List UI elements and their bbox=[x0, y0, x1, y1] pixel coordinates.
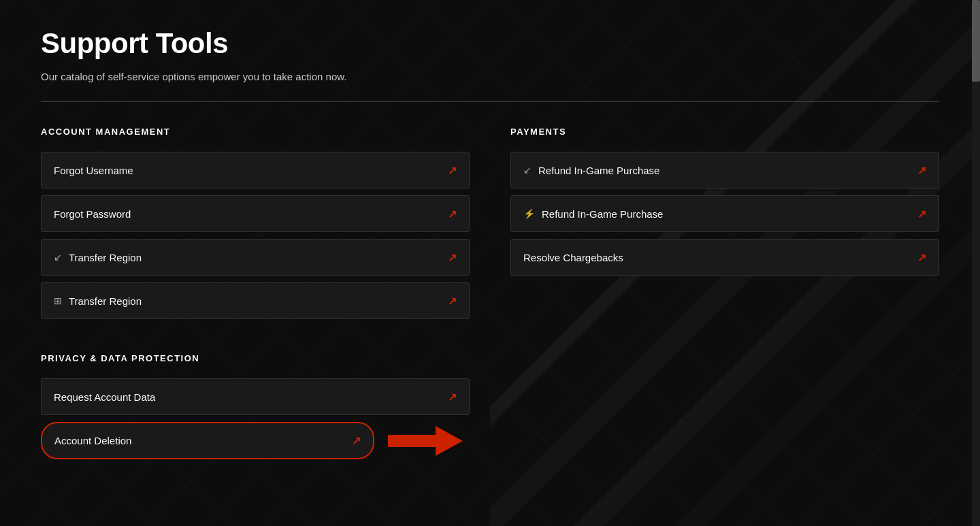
forgot-username-button[interactable]: Forgot Username ↗ bbox=[41, 152, 470, 188]
forgot-password-label: Forgot Password bbox=[54, 208, 131, 220]
section-divider bbox=[41, 101, 939, 102]
account-deletion-arrow-icon: ↗ bbox=[352, 434, 361, 447]
refund-2-icon: ⚡ bbox=[523, 208, 535, 219]
account-deletion-container: Account Deletion ↗ bbox=[41, 422, 470, 459]
transfer-region-1-arrow-icon: ↗ bbox=[448, 251, 457, 264]
resolve-chargebacks-label: Resolve Chargebacks bbox=[523, 252, 623, 263]
payments-title: PAYMENTS bbox=[510, 127, 939, 137]
refund-ingame-2-button[interactable]: ⚡ Refund In-Game Purchase ↗ bbox=[510, 195, 939, 232]
transfer-region-2-button[interactable]: ⊞ Transfer Region ↗ bbox=[41, 282, 470, 319]
account-management-section: ACCOUNT MANAGEMENT Forgot Username ↗ For… bbox=[41, 127, 470, 346]
request-account-data-label: Request Account Data bbox=[54, 391, 155, 403]
scrollbar[interactable] bbox=[972, 0, 980, 526]
transfer-region-1-button[interactable]: ↙ Transfer Region ↗ bbox=[41, 239, 470, 276]
privacy-title: PRIVACY & DATA PROTECTION bbox=[41, 353, 470, 363]
request-account-data-button[interactable]: Request Account Data ↗ bbox=[41, 378, 470, 415]
page-title: Support Tools bbox=[41, 27, 939, 60]
refund-1-arrow-icon: ↗ bbox=[917, 164, 926, 177]
bottom-grid: PRIVACY & DATA PROTECTION Request Accoun… bbox=[41, 353, 939, 487]
refund-1-icon: ↙ bbox=[523, 165, 532, 176]
page-subtitle: Our catalog of self-service options empo… bbox=[41, 71, 939, 82]
transfer-region-1-icon: ↙ bbox=[54, 252, 62, 263]
request-account-data-arrow-icon: ↗ bbox=[448, 391, 457, 404]
forgot-username-label: Forgot Username bbox=[54, 165, 133, 176]
page-container: Support Tools Our catalog of self-servic… bbox=[14, 0, 966, 526]
account-deletion-label: Account Deletion bbox=[54, 435, 131, 446]
transfer-region-2-label: Transfer Region bbox=[69, 295, 142, 307]
payments-list: ↙ Refund In-Game Purchase ↗ ⚡ Refund In-… bbox=[510, 152, 939, 276]
bottom-right-placeholder bbox=[510, 353, 939, 487]
refund-ingame-1-button[interactable]: ↙ Refund In-Game Purchase ↗ bbox=[510, 152, 939, 188]
transfer-region-2-arrow-icon: ↗ bbox=[448, 295, 457, 308]
forgot-username-arrow-icon: ↗ bbox=[448, 164, 457, 177]
refund-2-arrow-icon: ↗ bbox=[917, 208, 926, 220]
refund-ingame-1-label: Refund In-Game Purchase bbox=[538, 165, 659, 176]
forgot-password-arrow-icon: ↗ bbox=[448, 208, 457, 220]
account-management-title: ACCOUNT MANAGEMENT bbox=[41, 127, 470, 137]
payments-section: PAYMENTS ↙ Refund In-Game Purchase ↗ ⚡ R… bbox=[510, 127, 939, 346]
transfer-region-1-label: Transfer Region bbox=[69, 252, 142, 263]
privacy-list: Request Account Data ↗ Account Deletion … bbox=[41, 378, 470, 459]
transfer-region-2-icon: ⊞ bbox=[54, 295, 62, 306]
red-arrow-annotation bbox=[388, 426, 470, 456]
scrollbar-thumb[interactable] bbox=[972, 0, 980, 82]
main-grid: ACCOUNT MANAGEMENT Forgot Username ↗ For… bbox=[41, 127, 939, 346]
resolve-chargebacks-arrow-icon: ↗ bbox=[917, 251, 926, 264]
account-deletion-button[interactable]: Account Deletion ↗ bbox=[41, 422, 374, 459]
privacy-section: PRIVACY & DATA PROTECTION Request Accoun… bbox=[41, 353, 470, 487]
account-management-list: Forgot Username ↗ Forgot Password ↗ ↙ Tr… bbox=[41, 152, 470, 319]
resolve-chargebacks-button[interactable]: Resolve Chargebacks ↗ bbox=[510, 239, 939, 276]
refund-ingame-2-label: Refund In-Game Purchase bbox=[542, 208, 663, 220]
forgot-password-button[interactable]: Forgot Password ↗ bbox=[41, 195, 470, 232]
